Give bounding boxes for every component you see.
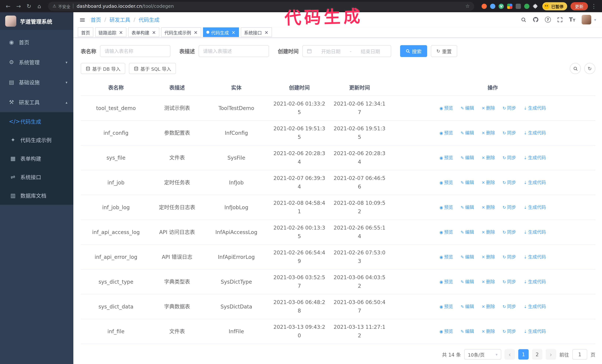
font-size-icon[interactable]: TT (569, 17, 575, 23)
preview-link[interactable]: ◉预览 (440, 104, 453, 113)
sidebar-item-api[interactable]: ⇌ 系统接口 (0, 168, 73, 186)
preview-link[interactable]: ◉预览 (440, 278, 453, 286)
tab-api[interactable]: 系统接口× (241, 28, 272, 37)
import-sql-button[interactable]: 基于 SQL 导入 (129, 63, 176, 74)
delete-link[interactable]: ✕删除 (482, 327, 495, 336)
github-icon[interactable] (533, 17, 539, 23)
edit-link[interactable]: ✎编辑 (461, 327, 474, 336)
extension-icon-vue[interactable]: V (499, 3, 504, 9)
edit-link[interactable]: ✎编辑 (461, 253, 474, 261)
sync-link[interactable]: ↻同步 (503, 178, 516, 187)
back-icon[interactable]: ← (4, 3, 13, 10)
page-button-1[interactable]: 1 (518, 349, 529, 360)
preview-link[interactable]: ◉预览 (440, 253, 453, 261)
close-icon[interactable]: × (232, 30, 236, 35)
user-avatar[interactable] (582, 15, 591, 25)
generate-code-link[interactable]: ⇣生成代码 (524, 253, 546, 261)
close-icon[interactable]: × (264, 30, 269, 35)
end-date-placeholder[interactable]: 结束日期 (354, 48, 387, 55)
sidebar-item-form-builder[interactable]: ▦ 表单构建 (0, 149, 73, 168)
page-size-select[interactable]: 10条/页 ▾ (464, 349, 501, 360)
edit-link[interactable]: ✎编辑 (461, 203, 474, 212)
chrome-update-button[interactable]: 更新 (570, 2, 588, 10)
extension-icon-5[interactable] (516, 3, 521, 9)
generate-code-link[interactable]: ⇣生成代码 (524, 228, 546, 237)
delete-link[interactable]: ✕删除 (482, 129, 495, 137)
sidebar-item-infra[interactable]: ▤ 基础设施 ▾ (0, 72, 73, 92)
edit-link[interactable]: ✎编辑 (461, 178, 474, 187)
generate-code-link[interactable]: ⇣生成代码 (524, 104, 546, 113)
breadcrumb-devtools[interactable]: 研发工具 (109, 16, 130, 23)
preview-link[interactable]: ◉预览 (440, 327, 453, 336)
tab-tracing[interactable]: 链路追踪× (95, 28, 126, 37)
avatar-chevron-down-icon[interactable]: ▾ (594, 18, 596, 22)
app-logo-area[interactable]: 芋道管理系统 (0, 12, 73, 30)
fullscreen-icon[interactable] (557, 17, 563, 23)
sidebar-item-codegen[interactable]: </> 代码生成 (0, 112, 73, 131)
refresh-table-button[interactable]: ↻ (584, 63, 595, 74)
table-desc-input[interactable] (203, 48, 265, 54)
close-icon[interactable]: × (119, 30, 123, 35)
home-icon[interactable]: ⌂ (35, 3, 44, 10)
extension-icon-2[interactable] (490, 3, 495, 9)
preview-link[interactable]: ◉预览 (440, 178, 453, 187)
edit-link[interactable]: ✎编辑 (461, 129, 474, 137)
preview-link[interactable]: ◉预览 (440, 154, 453, 162)
search-icon[interactable] (521, 17, 527, 23)
extension-icon-6[interactable] (524, 3, 529, 9)
generate-code-link[interactable]: ⇣生成代码 (524, 278, 546, 286)
preview-link[interactable]: ◉预览 (440, 228, 453, 237)
generate-code-link[interactable]: ⇣生成代码 (524, 203, 546, 212)
edit-link[interactable]: ✎编辑 (461, 278, 474, 286)
sidebar-item-db-doc[interactable]: ▥ 数据库文档 (0, 186, 73, 205)
prev-page-button[interactable]: ‹ (505, 349, 515, 360)
help-icon[interactable]: ? (545, 17, 551, 23)
generate-code-link[interactable]: ⇣生成代码 (524, 327, 546, 336)
sync-link[interactable]: ↻同步 (503, 302, 516, 311)
preview-link[interactable]: ◉预览 (440, 302, 453, 311)
edit-link[interactable]: ✎编辑 (461, 228, 474, 237)
profile-sync-paused-chip[interactable]: 已暂停 (542, 2, 567, 10)
sidebar-item-codegen-example[interactable]: ✦ 代码生成示例 (0, 131, 73, 149)
search-button[interactable]: 搜索 (400, 45, 427, 57)
delete-link[interactable]: ✕删除 (482, 302, 495, 311)
sync-link[interactable]: ↻同步 (503, 129, 516, 137)
edit-link[interactable]: ✎编辑 (461, 302, 474, 311)
sync-link[interactable]: ↻同步 (503, 154, 516, 162)
delete-link[interactable]: ✕删除 (482, 253, 495, 261)
next-page-button[interactable]: › (546, 349, 556, 360)
generate-code-link[interactable]: ⇣生成代码 (524, 178, 546, 187)
date-range-picker[interactable]: 开始日期 - 结束日期 (302, 45, 391, 57)
extension-icon-1[interactable] (482, 3, 487, 9)
edit-link[interactable]: ✎编辑 (461, 154, 474, 162)
close-icon[interactable]: × (194, 30, 198, 35)
sync-link[interactable]: ↻同步 (503, 278, 516, 286)
delete-link[interactable]: ✕删除 (482, 203, 495, 212)
delete-link[interactable]: ✕删除 (482, 104, 495, 113)
tab-codegen[interactable]: 代码生成× (203, 28, 239, 37)
tab-home[interactable]: 首页 (78, 28, 93, 37)
sync-link[interactable]: ↻同步 (503, 228, 516, 237)
page-button-2[interactable]: 2 (532, 349, 542, 360)
address-bar[interactable]: ⚠ 不安全 dashboard.yudao.iocoder.cn/tool/co… (48, 2, 474, 10)
extension-icon-4[interactable] (507, 3, 512, 9)
extensions-menu-icon[interactable] (533, 3, 538, 9)
preview-link[interactable]: ◉预览 (440, 203, 453, 212)
import-db-button[interactable]: 基于 DB 导入 (81, 63, 125, 74)
sync-link[interactable]: ↻同步 (503, 203, 516, 212)
reset-button[interactable]: ↻ 重置 (431, 45, 457, 57)
sidebar-item-system[interactable]: ⚙ 系统管理 ▾ (0, 52, 73, 72)
sidebar-item-home[interactable]: ◉ 首页 (0, 32, 73, 52)
delete-link[interactable]: ✕删除 (482, 154, 495, 162)
hamburger-icon[interactable]: ≡ (79, 16, 86, 23)
tab-form-builder[interactable]: 表单构建× (128, 28, 159, 37)
chrome-menu-icon[interactable]: ⋮ (589, 3, 598, 10)
sidebar-item-devtools[interactable]: ⚒ 研发工具 ▴ (0, 92, 73, 112)
forward-icon[interactable]: → (14, 3, 23, 10)
start-date-placeholder[interactable]: 开始日期 (314, 48, 347, 55)
reload-icon[interactable]: ↻ (24, 3, 33, 10)
delete-link[interactable]: ✕删除 (482, 278, 495, 286)
generate-code-link[interactable]: ⇣生成代码 (524, 154, 546, 162)
sync-link[interactable]: ↻同步 (503, 253, 516, 261)
generate-code-link[interactable]: ⇣生成代码 (524, 302, 546, 311)
